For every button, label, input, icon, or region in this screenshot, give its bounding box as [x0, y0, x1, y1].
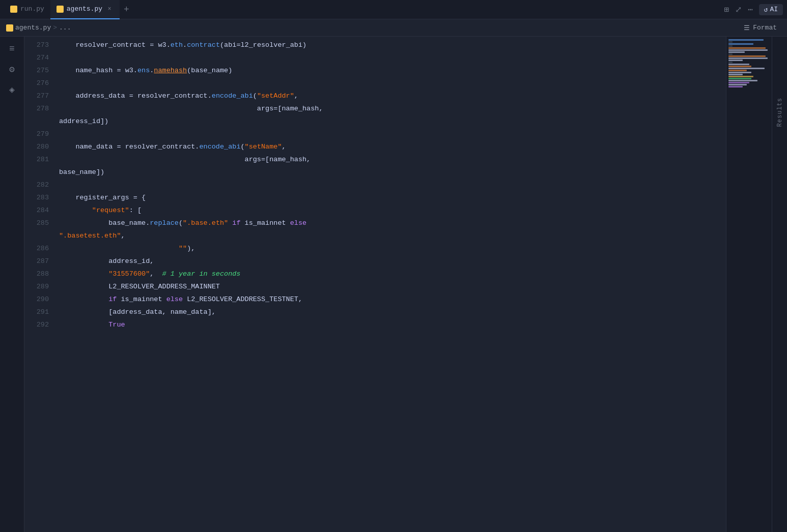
minimap-line — [728, 62, 733, 63]
ai-badge[interactable]: ↺ AI — [759, 4, 783, 15]
tab-run-py[interactable]: run.py — [4, 0, 50, 19]
format-label: Format — [753, 24, 777, 32]
tab-add-button[interactable]: + — [120, 5, 133, 15]
code-line-283: register_args = { — [55, 191, 726, 204]
code-line-289: L2_RESOLVER_ADDRESS_MAINNET — [55, 280, 726, 293]
breadcrumb-bar: agents.py > ... ☰ Format — [0, 19, 787, 37]
minimap-line — [728, 82, 749, 83]
minimap-line — [728, 47, 766, 49]
breadcrumb-more[interactable]: ... — [59, 24, 71, 32]
minimap-line — [728, 41, 733, 43]
minimap-line — [728, 86, 743, 87]
minimap-line — [728, 64, 749, 65]
code-line-276 — [55, 77, 726, 90]
tab-close-button[interactable]: × — [105, 5, 114, 13]
breadcrumb-file-icon — [6, 24, 13, 32]
ai-icon: ↺ — [764, 6, 768, 14]
format-button[interactable]: ☰ Format — [740, 22, 781, 34]
code-line-291: [address_data, name_data], — [55, 306, 726, 318]
code-line-273: resolver_contract = w3.eth.contract(abi=… — [55, 39, 726, 51]
code-line-290: if is_mainnet else L2_RESOLVER_ADDRESS_T… — [55, 293, 726, 306]
run-py-file-icon — [10, 6, 17, 13]
breadcrumb: agents.py > ... — [6, 24, 71, 32]
code-line-278b: address_id]) — [55, 115, 726, 128]
minimap-line — [728, 49, 768, 51]
code-content[interactable]: resolver_contract = w3.eth.contract(abi=… — [55, 37, 726, 532]
code-line-280: name_data = resolver_contract.encode_abi… — [55, 140, 726, 153]
code-line-292: True — [55, 318, 726, 331]
code-line-285: base_name.replace(".base.eth" if is_main… — [55, 217, 726, 229]
activity-icon-settings[interactable]: ⚙ — [4, 61, 20, 77]
ai-label: AI — [770, 6, 778, 13]
expand-icon[interactable]: ⤢ — [735, 5, 742, 15]
minimap-line — [728, 57, 768, 59]
code-line-277: address_data = resolver_contract.encode_… — [55, 90, 726, 102]
tab-actions: ⊞ ⤢ ⋯ ↺ AI — [724, 4, 783, 15]
minimap-line — [728, 53, 733, 55]
results-label[interactable]: Results — [776, 98, 783, 127]
activity-icon-menu[interactable]: ≡ — [4, 41, 20, 57]
code-line-279 — [55, 128, 726, 140]
code-line-274 — [55, 51, 726, 64]
tab-run-py-label: run.py — [20, 5, 44, 13]
minimap-line — [728, 78, 751, 79]
line-numbers: 273 274 275 276 277 278 279 280 281 282 … — [24, 37, 55, 532]
more-options-icon[interactable]: ⋯ — [748, 5, 753, 15]
minimap-line — [728, 55, 766, 57]
breadcrumb-separator: > — [53, 24, 57, 32]
code-editor[interactable]: 273 274 275 276 277 278 279 280 281 282 … — [24, 37, 772, 532]
minimap-line — [728, 74, 743, 75]
minimap-line — [728, 66, 751, 67]
code-line-281b: base_name]) — [55, 166, 726, 179]
tab-agents-py[interactable]: agents.py × — [50, 0, 120, 19]
minimap-line — [728, 76, 753, 77]
code-line-282 — [55, 179, 726, 191]
layout-icon[interactable]: ⊞ — [724, 5, 729, 15]
minimap-line — [728, 70, 747, 71]
code-line-288: "31557600", # 1 year in seconds — [55, 268, 726, 280]
code-line-285b: ".basetest.eth", — [55, 229, 726, 242]
code-line-275: name_hash = w3.ens.namehash(base_name) — [55, 64, 726, 77]
minimap-line — [728, 68, 765, 69]
minimap-line — [728, 60, 743, 61]
code-line-278: args=[name_hash, — [55, 102, 726, 115]
code-line-287: address_id, — [55, 255, 726, 268]
minimap-line — [728, 84, 747, 85]
editor-container: ≡ ⚙ ◈ 273 274 275 276 277 278 279 280 28… — [0, 37, 787, 532]
code-line-286: ""), — [55, 242, 726, 255]
minimap-line — [728, 72, 751, 73]
minimap-line — [728, 39, 764, 41]
minimap-line — [728, 51, 745, 53]
minimap-line — [728, 45, 733, 47]
tab-bar: run.py agents.py × + ⊞ ⤢ ⋯ ↺ AI — [0, 0, 787, 19]
code-line-281: args=[name_hash, — [55, 153, 726, 166]
minimap-content — [726, 37, 772, 90]
results-panel[interactable]: Results — [772, 37, 787, 532]
minimap — [726, 37, 772, 532]
minimap-line — [728, 80, 757, 81]
breadcrumb-filename[interactable]: agents.py — [15, 24, 51, 32]
tab-agents-py-label: agents.py — [67, 5, 102, 13]
activity-bar: ≡ ⚙ ◈ — [0, 37, 24, 532]
minimap-line — [728, 43, 753, 45]
agents-py-file-icon — [57, 6, 64, 13]
code-line-284: "request": [ — [55, 204, 726, 217]
activity-icon-other[interactable]: ◈ — [4, 81, 20, 98]
format-icon: ☰ — [744, 24, 750, 32]
